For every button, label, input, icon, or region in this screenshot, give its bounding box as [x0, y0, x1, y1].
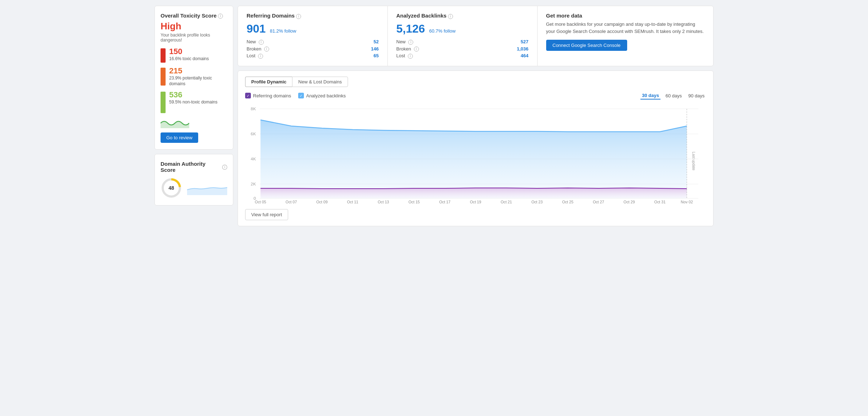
chart-tabs: Profile Dynamic New & Lost Domains — [245, 77, 706, 87]
bar-green — [161, 92, 166, 113]
broken-info-icon[interactable]: i — [264, 47, 269, 52]
go-to-review-button[interactable]: Go to review — [161, 132, 198, 143]
get-more-section: Get more data Get more backlinks for you… — [538, 6, 714, 66]
backlinks-broken-value: 1,036 — [517, 46, 529, 52]
score-desc-green: 59.5% non-toxic domains — [169, 100, 218, 105]
backlinks-new-label: New i — [396, 39, 414, 45]
referring-new-label: New i — [247, 39, 264, 45]
legend-referring-label: Referring domains — [253, 93, 291, 98]
svg-text:Oct 17: Oct 17 — [439, 200, 450, 204]
svg-text:Oct 07: Oct 07 — [286, 200, 297, 204]
tab-new-lost-domains[interactable]: New & Lost Domains — [292, 77, 348, 87]
svg-text:Nov 02: Nov 02 — [681, 200, 693, 204]
referring-broken-row: Broken i 146 — [247, 45, 379, 53]
svg-text:Oct 09: Oct 09 — [316, 200, 328, 204]
da-info-icon[interactable]: i — [222, 165, 227, 170]
connect-gsc-button[interactable]: Connect Google Search Console — [546, 40, 627, 51]
svg-text:2K: 2K — [251, 182, 256, 186]
legend-checkbox-purple[interactable]: ✓ — [245, 93, 251, 98]
toxicity-title: Overall Toxicity Score — [161, 13, 216, 19]
main-container: Overall Toxicity Score i High Your backl… — [154, 6, 714, 226]
svg-text:4K: 4K — [251, 157, 256, 161]
toxicity-info-icon[interactable]: i — [218, 14, 223, 19]
svg-text:0: 0 — [253, 196, 256, 200]
score-number-orange: 215 — [169, 66, 227, 76]
period-controls: 30 days 60 days 90 days — [640, 92, 706, 100]
bl-broken-info-icon[interactable]: i — [414, 47, 419, 52]
chart-svg: 8K 6K 4K 2K 0 — [245, 104, 706, 204]
left-panel: Overall Toxicity Score i High Your backl… — [154, 6, 233, 226]
svg-text:Oct 29: Oct 29 — [624, 200, 635, 204]
toxicity-card: Overall Toxicity Score i High Your backl… — [154, 6, 233, 150]
backlinks-new-value: 527 — [521, 39, 529, 44]
da-title: Domain Authority Score — [161, 161, 221, 173]
analyzed-backlinks-title: Analyzed Backlinks — [396, 13, 447, 19]
analyzed-backlinks-info-icon[interactable]: i — [448, 14, 453, 19]
referring-domains-info-icon[interactable]: i — [296, 14, 301, 19]
bar-red — [161, 48, 166, 63]
analyzed-backlinks-follow: 60.7% follow — [429, 28, 456, 34]
referring-lost-value: 65 — [373, 53, 378, 58]
svg-text:Oct 11: Oct 11 — [347, 200, 358, 204]
score-number-green: 536 — [169, 90, 218, 100]
da-content: 48 — [161, 177, 227, 199]
legend-analyzed-backlinks: ✓ Analyzed backlinks — [298, 93, 346, 98]
chart-legend-row: ✓ Referring domains ✓ Analyzed backlinks… — [245, 92, 706, 100]
da-score-label: 48 — [168, 185, 174, 191]
svg-text:Oct 21: Oct 21 — [501, 200, 512, 204]
da-sparkline — [187, 181, 227, 195]
bar-orange — [161, 68, 166, 86]
get-more-description: Get more backlinks for your campaign and… — [546, 21, 705, 35]
svg-text:Oct 23: Oct 23 — [531, 200, 543, 204]
score-bars: 150 16.6% toxic domains 215 23.9% potent… — [161, 47, 227, 113]
referring-new-value: 52 — [373, 39, 378, 44]
lost-info-icon[interactable]: i — [258, 54, 263, 59]
referring-domains-number: 901 — [247, 22, 266, 35]
referring-domains-follow: 81.2% follow — [270, 28, 296, 34]
svg-text:Oct 25: Oct 25 — [562, 200, 573, 204]
referring-domains-title: Referring Domains — [247, 13, 295, 19]
tab-profile-dynamic[interactable]: Profile Dynamic — [245, 77, 292, 87]
chart-area: 8K 6K 4K 2K 0 — [245, 104, 706, 204]
referring-broken-label: Broken i — [247, 46, 269, 52]
backlinks-lost-value: 464 — [521, 53, 529, 58]
period-90-days[interactable]: 90 days — [687, 92, 706, 99]
svg-text:Last update: Last update — [692, 152, 696, 170]
analyzed-backlinks-number: 5,126 — [396, 22, 425, 35]
svg-text:Oct 19: Oct 19 — [470, 200, 481, 204]
backlinks-broken-label: Broken i — [396, 46, 419, 52]
legend-checkbox-blue[interactable]: ✓ — [298, 93, 304, 98]
svg-text:Oct 05: Oct 05 — [255, 200, 266, 204]
referring-domains-rows: New i 52 Broken i 146 Lost i 65 — [247, 38, 379, 59]
analyzed-backlinks-rows: New i 527 Broken i 1,036 Lost i 464 — [396, 38, 529, 59]
backlinks-broken-row: Broken i 1,036 — [396, 45, 529, 53]
new-info-icon[interactable]: i — [259, 40, 264, 45]
toxicity-description: Your backlink profile looks dangerous! — [161, 33, 227, 43]
score-row-green: 536 59.5% non-toxic domains — [161, 90, 227, 113]
period-60-days[interactable]: 60 days — [664, 92, 683, 99]
get-more-title: Get more data — [546, 13, 705, 19]
score-info-orange: 215 23.9% potentially toxic domains — [169, 66, 227, 87]
view-full-report-button[interactable]: View full report — [245, 209, 288, 220]
purple-area — [261, 188, 687, 198]
period-30-days[interactable]: 30 days — [640, 92, 660, 100]
backlinks-lost-row: Lost i 464 — [396, 52, 529, 59]
chart-card: Profile Dynamic New & Lost Domains ✓ Ref… — [238, 71, 714, 226]
analyzed-backlinks-section: Analyzed Backlinks i 5,126 60.7% follow … — [388, 6, 538, 66]
domain-authority-card: Domain Authority Score i 48 — [154, 154, 233, 205]
score-row-red: 150 16.6% toxic domains — [161, 47, 227, 63]
score-info-green: 536 59.5% non-toxic domains — [169, 90, 218, 105]
svg-text:Oct 31: Oct 31 — [654, 200, 666, 204]
score-info-red: 150 16.6% toxic domains — [169, 47, 209, 62]
backlinks-new-row: New i 527 — [396, 38, 529, 45]
svg-text:Oct 27: Oct 27 — [593, 200, 604, 204]
toxicity-severity: High — [161, 21, 227, 32]
referring-lost-label: Lost i — [247, 53, 263, 59]
bl-new-info-icon[interactable]: i — [408, 40, 413, 45]
bl-lost-info-icon[interactable]: i — [408, 54, 413, 59]
referring-new-row: New i 52 — [247, 38, 379, 45]
referring-domains-section: Referring Domains i 901 81.2% follow New… — [238, 6, 388, 66]
svg-text:8K: 8K — [251, 107, 256, 111]
score-number-red: 150 — [169, 47, 209, 56]
legend-referring-domains: ✓ Referring domains — [245, 93, 291, 98]
